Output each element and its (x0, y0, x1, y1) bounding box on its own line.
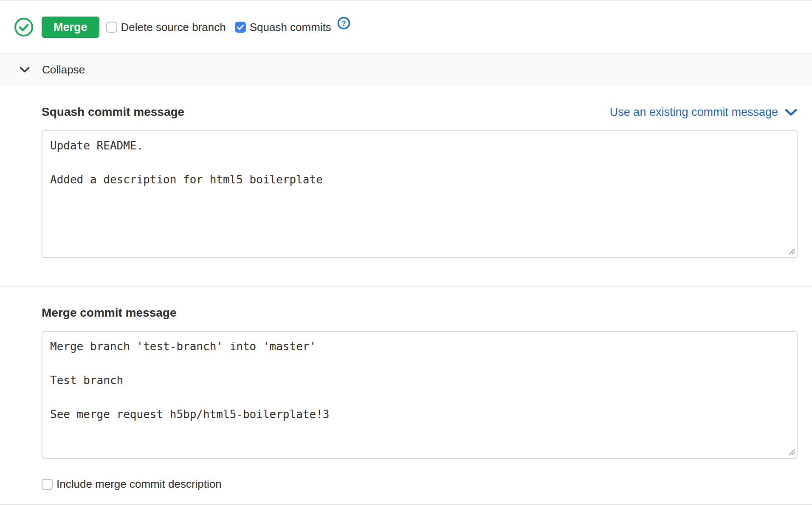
squash-commit-section: Squash commit message Use an existing co… (0, 86, 812, 258)
delete-source-branch-checkbox[interactable]: Delete source branch (106, 21, 226, 34)
collapse-toggle[interactable]: Collapse (19, 63, 85, 76)
chevron-down-icon (784, 108, 798, 116)
merge-commit-section: Merge commit message Merge branch 'test-… (0, 287, 812, 492)
merge-commit-message-input[interactable]: Merge branch 'test-branch' into 'master'… (42, 331, 798, 459)
squash-commit-message-title: Squash commit message (42, 105, 184, 119)
include-merge-commit-description-label: Include merge commit description (56, 478, 222, 491)
include-description-row: Include merge commit description (42, 478, 798, 492)
checkbox-unchecked-icon (106, 22, 117, 33)
squash-message-field-wrap: Update README. Added a description for h… (42, 130, 798, 258)
accept-bar: Merge Delete source branch Squash commit… (0, 0, 812, 54)
question-mark-icon[interactable]: ? (337, 17, 350, 30)
check-circle-icon (14, 17, 34, 37)
merge-request-accept-panel: Merge Delete source branch Squash commit… (0, 0, 812, 506)
squash-commits-label: Squash commits (250, 21, 331, 34)
squash-section-head: Squash commit message Use an existing co… (42, 105, 798, 119)
include-merge-commit-description-checkbox[interactable]: Include merge commit description (42, 478, 222, 491)
checkbox-unchecked-icon (42, 479, 53, 490)
bottom-divider (0, 504, 812, 505)
delete-source-branch-label: Delete source branch (121, 21, 226, 34)
chevron-down-icon (19, 66, 30, 73)
squash-commits-checkbox[interactable]: Squash commits (235, 21, 331, 34)
use-existing-commit-message-label: Use an existing commit message (610, 106, 778, 119)
svg-text:?: ? (341, 19, 346, 27)
use-existing-commit-message-link[interactable]: Use an existing commit message (610, 106, 798, 119)
merge-button[interactable]: Merge (42, 17, 99, 38)
checkbox-checked-icon (235, 22, 246, 33)
collapse-label: Collapse (42, 63, 85, 76)
merge-message-field-wrap: Merge branch 'test-branch' into 'master'… (42, 331, 798, 459)
merge-section-head: Merge commit message (42, 306, 798, 320)
squash-commit-message-input[interactable]: Update README. Added a description for h… (42, 130, 798, 258)
merge-commit-message-title: Merge commit message (42, 306, 176, 320)
collapse-bar: Collapse (0, 54, 812, 86)
